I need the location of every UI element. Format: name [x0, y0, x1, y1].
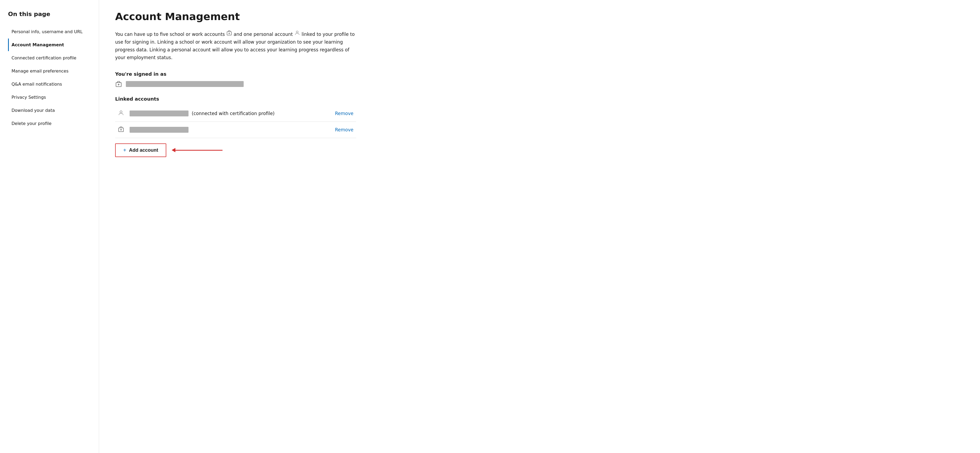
linked-accounts-table: (connected with certification profile) R… [115, 105, 356, 138]
svg-point-7 [120, 111, 122, 113]
row1-remove-button[interactable]: Remove [335, 111, 353, 116]
row1-name-cell: (connected with certification profile) [127, 105, 325, 122]
sidebar-item-privacy-settings[interactable]: Privacy Settings [8, 91, 99, 103]
sidebar-item-manage-email[interactable]: Manage email preferences [8, 65, 99, 77]
add-account-label: Add account [129, 147, 158, 153]
row2-icon-cell [115, 122, 127, 138]
row2-remove-button[interactable]: Remove [335, 127, 353, 133]
plus-icon: + [123, 147, 126, 153]
sidebar-item-download-data[interactable]: Download your data [8, 104, 99, 117]
arrow-annotation [174, 150, 223, 150]
sidebar-item-connected-certification[interactable]: Connected certification profile [8, 52, 99, 64]
row1-remove-cell: Remove [325, 105, 356, 122]
row2-work-icon [118, 126, 124, 133]
row2-remove-cell: Remove [325, 122, 356, 138]
sidebar-item-personal-info[interactable]: Personal info, username and URL [8, 25, 99, 38]
svg-point-3 [296, 31, 298, 33]
add-account-button[interactable]: + Add account [115, 143, 166, 157]
row2-email-redacted [130, 127, 188, 133]
row1-person-icon [118, 110, 124, 116]
signed-in-row [115, 81, 404, 87]
row1-icon-cell [115, 105, 127, 122]
signed-in-label: You're signed in as [115, 71, 404, 77]
signed-in-email-redacted [126, 81, 243, 87]
linked-accounts-label: Linked accounts [115, 96, 404, 102]
row1-cert-text: (connected with certification profile) [192, 111, 274, 116]
page-title: Account Management [115, 11, 404, 22]
add-account-section: + Add account [115, 143, 404, 157]
sidebar-item-delete-profile[interactable]: Delete your profile [8, 117, 99, 130]
table-row: Remove [115, 122, 356, 138]
table-row: (connected with certification profile) R… [115, 105, 356, 122]
person-icon-inline [294, 30, 300, 36]
row2-name-cell [127, 122, 325, 138]
description-text: You can have up to five school or work a… [115, 30, 356, 62]
linked-accounts-section: Linked accounts [115, 96, 404, 138]
work-school-icon [226, 30, 232, 36]
page-layout: On this page Personal info, username and… [0, 0, 980, 453]
row1-email-redacted [130, 111, 188, 116]
sidebar-item-account-management[interactable]: Account Management [8, 38, 99, 51]
sidebar: On this page Personal info, username and… [0, 0, 99, 453]
arrow-line [174, 150, 223, 150]
main-content: Account Management You can have up to fi… [99, 0, 420, 453]
signed-in-work-icon [115, 81, 122, 87]
signed-in-section: You're signed in as [115, 71, 404, 87]
sidebar-heading: On this page [8, 11, 99, 17]
sidebar-item-qa-email[interactable]: Q&A email notifications [8, 78, 99, 90]
